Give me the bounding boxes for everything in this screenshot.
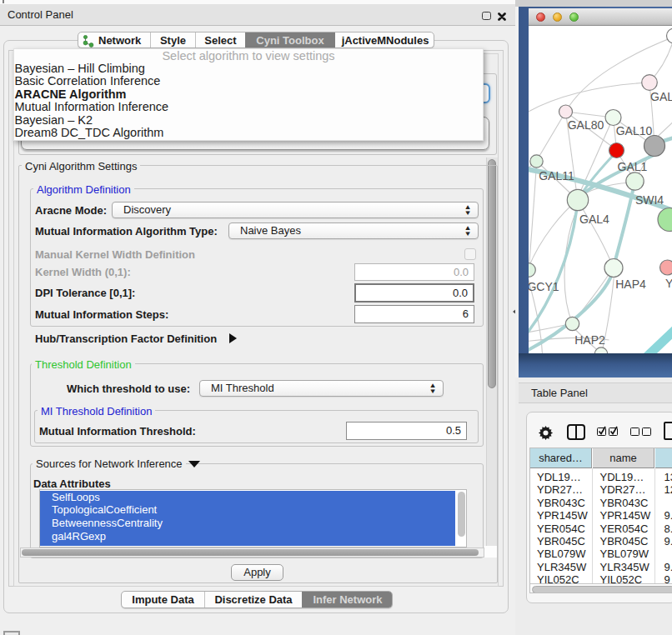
svg-text:SWI4: SWI4 [634, 193, 663, 207]
svg-text:GAL: GAL [650, 90, 672, 103]
svg-text:GAL80: GAL80 [567, 118, 604, 132]
svg-text:GCY1: GCY1 [529, 280, 559, 293]
svg-text:GAL10: GAL10 [615, 124, 652, 138]
svg-text:GAL4: GAL4 [579, 212, 609, 226]
svg-text:GAL11: GAL11 [539, 169, 574, 182]
svg-text:GAL1: GAL1 [617, 160, 647, 173]
svg-text:HAP2: HAP2 [574, 333, 605, 347]
svg-text:Y: Y [665, 277, 672, 290]
svg-text:HAP4: HAP4 [615, 278, 646, 291]
